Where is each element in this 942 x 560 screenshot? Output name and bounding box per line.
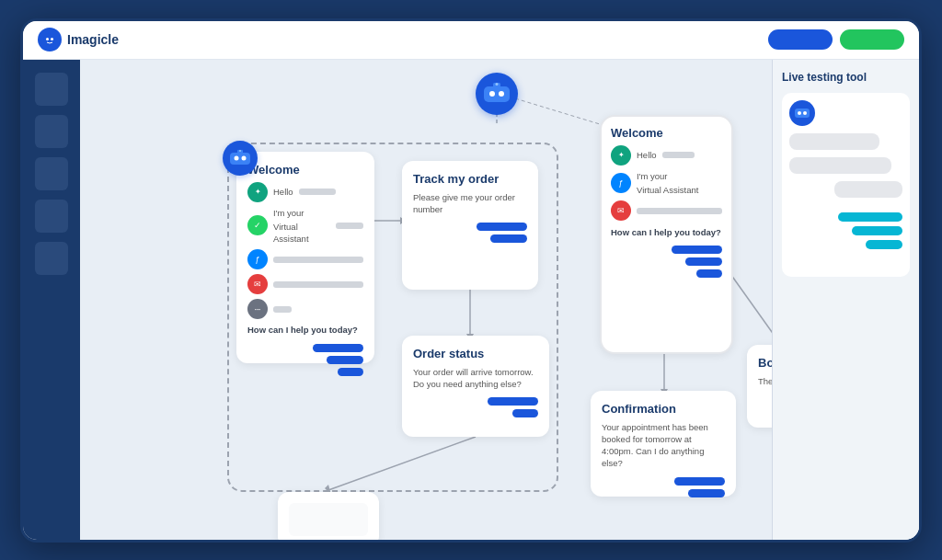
confirm-bubble-1 (674, 477, 725, 486)
track-body: Please give me your order number (413, 191, 527, 216)
header-btn-blue[interactable] (768, 29, 833, 50)
sidebar-item-2[interactable] (35, 115, 68, 148)
wr-chatgpt-icon: ✦ (611, 145, 631, 166)
line2-text: I'm your (273, 207, 330, 219)
svg-rect-25 (795, 109, 810, 118)
chat-bubbles-right (611, 246, 722, 278)
main-content: Welcome ✦ Hello ✓ I'm your Virtual Assis… (23, 60, 919, 540)
greeting-text: Hello (273, 186, 293, 198)
messenger-icon: ƒ (247, 249, 268, 269)
whatsapp-icon: ✓ (247, 215, 268, 235)
live-bubble-2 (789, 157, 891, 174)
welcome-right-title: Welcome (611, 126, 722, 140)
dots-icon: ··· (247, 299, 268, 319)
greeting-bar (299, 189, 336, 195)
sidebar (23, 60, 80, 540)
order-status-card[interactable]: Order status Your order will arrive tomo… (402, 336, 549, 437)
svg-point-0 (43, 33, 56, 46)
wr-email-icon: ✉ (611, 200, 631, 221)
browser-frame: Imagicle (20, 18, 922, 543)
channel-row-whatsapp: ✓ I'm your Virtual Assistant (247, 207, 363, 246)
live-bot-icon (789, 100, 815, 126)
svg-line-13 (328, 437, 476, 490)
channel-row-messenger: ƒ (247, 249, 363, 269)
wr-bubble-3 (696, 269, 722, 278)
live-bubble-1 (789, 133, 879, 150)
email-bar (273, 281, 363, 288)
browser-bar: Imagicle (23, 21, 919, 60)
order-status-body: Your order will arrive tomorrow. Do you … (413, 366, 538, 391)
svg-point-17 (242, 155, 247, 160)
svg-point-22 (499, 91, 504, 97)
confirmation-body: Your appointment has been booked for tom… (602, 421, 725, 470)
confirm-bubble-2 (688, 489, 725, 497)
order-status-title: Order status (413, 347, 538, 360)
live-b-2 (852, 226, 902, 235)
svg-rect-15 (230, 153, 250, 165)
live-chat-container (782, 93, 910, 277)
header-buttons (768, 29, 904, 50)
live-testing-panel: Live testing tool (772, 60, 919, 540)
track-card[interactable]: Track my order Please give me your order… (402, 161, 538, 290)
wr-line3: Virtual Assistant (637, 184, 722, 196)
email-icon: ✉ (247, 274, 268, 294)
bubble-2 (327, 356, 363, 364)
sidebar-item-4[interactable] (35, 200, 68, 233)
chat-bubbles-confirm (602, 477, 725, 497)
svg-point-26 (798, 111, 801, 115)
wr-question: How can I help you today? (611, 226, 722, 238)
wr-email-bar (637, 208, 722, 214)
svg-point-24 (496, 83, 499, 86)
track-bubble-2 (490, 234, 527, 243)
question-text: How can I help you today? (247, 324, 363, 336)
svg-point-27 (803, 111, 807, 115)
live-b-1 (838, 212, 902, 222)
confirmation-title: Confirmation (602, 402, 725, 416)
svg-point-16 (235, 155, 239, 160)
bot-icon-top (476, 73, 518, 115)
channel-row-chatgpt: ✦ Hello (247, 182, 363, 202)
svg-point-21 (489, 91, 495, 97)
wr-email-row: ✉ (611, 200, 722, 221)
channel-row-dots: ··· (247, 299, 363, 319)
header-btn-green[interactable] (840, 29, 904, 50)
live-bubbles-group (789, 212, 902, 249)
wr-greeting-bar (662, 152, 695, 158)
track-title: Track my order (413, 172, 527, 186)
track-bubble-1 (477, 223, 527, 231)
bubble-3 (338, 368, 363, 376)
live-b-3 (866, 240, 902, 249)
wr-messenger-row: ƒ I'm your Virtual Assistant (611, 170, 722, 197)
bot-icon-small (223, 141, 258, 176)
welcome-card-right[interactable]: Welcome ✦ Hello ƒ I'm your Virtual Assis… (600, 115, 733, 354)
wa-bar (336, 223, 363, 229)
wr-chatgpt-row: ✦ Hello (611, 145, 722, 166)
logo-icon (38, 28, 62, 51)
status-bubble-2 (512, 409, 538, 417)
bottom-partial-card[interactable] (278, 492, 379, 540)
confirmation-card[interactable]: Confirmation Your appointment has been b… (591, 391, 736, 497)
sidebar-item-5[interactable] (35, 242, 68, 275)
live-testing-title: Live testing tool (782, 71, 910, 84)
chatgpt-icon: ✦ (247, 182, 268, 202)
chat-bubbles-track (413, 223, 527, 243)
sidebar-item-3[interactable] (35, 157, 68, 190)
svg-rect-20 (484, 86, 510, 102)
welcome-card-left[interactable]: Welcome ✦ Hello ✓ I'm your Virtual Assis… (236, 152, 374, 363)
status-bubble-1 (488, 397, 538, 406)
sidebar-item-1[interactable] (35, 73, 68, 106)
line3-text: Virtual Assistant (273, 221, 330, 246)
partial-card-content (289, 503, 368, 536)
wr-bubble-2 (685, 257, 722, 266)
svg-point-19 (239, 150, 241, 152)
chat-bubbles-left (247, 344, 363, 376)
wr-greeting: Hello (637, 149, 657, 161)
wr-messenger-icon: ƒ (611, 173, 631, 193)
logo-area: Imagicle (38, 28, 119, 51)
svg-rect-1 (46, 38, 49, 40)
channel-row-email: ✉ (247, 274, 363, 294)
wr-bubble-1 (672, 246, 722, 254)
canvas-area: Welcome ✦ Hello ✓ I'm your Virtual Assis… (80, 60, 919, 540)
messenger-bar (273, 257, 363, 263)
logo-text: Imagicle (67, 32, 119, 47)
